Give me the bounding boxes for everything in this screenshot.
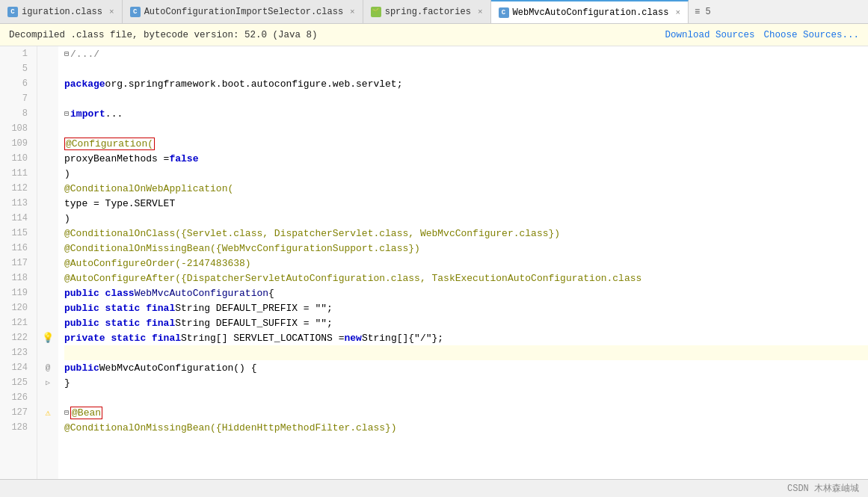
choose-sources-link[interactable]: Choose Sources... <box>763 30 859 40</box>
code-line: ⊟@Bean <box>64 405 868 420</box>
keyword: public <box>64 362 99 374</box>
lightbulb-icon[interactable]: 💡 <box>42 332 54 344</box>
tab-label-2: AutoConfigurationImportSelector.class <box>144 7 343 17</box>
tab-close-button[interactable]: × <box>109 7 114 16</box>
line-number: 111 <box>0 166 32 181</box>
code-line: @AutoConfigureAfter({DispatcherServletAu… <box>64 271 868 285</box>
code-line <box>64 390 868 405</box>
code-line: type = Type.SERVLET <box>64 196 868 211</box>
code-line: package org.springframework.boot.autocon… <box>64 76 868 91</box>
keyword: public static final <box>64 318 175 329</box>
tab-more-button[interactable]: ≡ 5 <box>689 0 717 23</box>
triangle-icon: ▷ <box>46 378 50 387</box>
tab-class-icon-2: C <box>130 7 141 17</box>
warning-icon[interactable]: ⚠ <box>45 407 50 419</box>
code-text: String[] SERVLET_LOCATIONS = <box>181 333 344 344</box>
gutter-icon-cell <box>37 106 58 121</box>
gutter-icon-cell: ▷ <box>37 375 58 390</box>
info-bar-actions: Download Sources Choose Sources... <box>665 30 859 40</box>
code-line <box>64 121 868 136</box>
code-line: @ConditionalOnWebApplication( <box>64 181 868 196</box>
annotation: @ConditionalOnWebApplication( <box>64 183 233 194</box>
keyword: public static final <box>64 303 175 314</box>
code-text: ) <box>64 168 70 179</box>
line-number: 118 <box>0 271 32 285</box>
line-number: 108 <box>0 121 32 136</box>
code-line: ) <box>64 211 868 226</box>
code-text: { <box>268 288 274 299</box>
code-text: proxyBeanMethods = <box>64 153 169 164</box>
code-line: @ConditionalOnMissingBean({WebMvcConfigu… <box>64 241 868 256</box>
code-line <box>64 345 868 360</box>
tab-spring-factories[interactable]: 🌱 spring.factories × <box>363 0 491 23</box>
gutter-icon-cell: 💡 <box>37 330 58 345</box>
fold-icon[interactable]: ⊟ <box>64 408 69 417</box>
gutter-icon-cell <box>37 256 58 271</box>
code-line: private static final String[] SERVLET_LO… <box>64 330 868 345</box>
code-line: ⊟/.../ <box>64 46 868 61</box>
gutter-icon-cell <box>37 315 58 330</box>
annotation: @ConditionalOnMissingBean({WebMvcConfigu… <box>64 243 420 254</box>
gutter-icon-cell <box>37 196 58 211</box>
line-number: 127 <box>0 405 32 420</box>
keyword: private static final <box>64 333 181 344</box>
line-number: 119 <box>0 285 32 300</box>
code-line: } <box>64 375 868 390</box>
line-number: 120 <box>0 300 32 315</box>
annotation: @AutoConfigureAfter({DispatcherServletAu… <box>64 273 641 284</box>
gutter-icon-cell <box>37 211 58 226</box>
download-sources-link[interactable]: Download Sources <box>665 30 754 40</box>
line-number: 122 <box>0 330 32 345</box>
code-text: ... <box>105 108 123 120</box>
line-number: 115 <box>0 226 32 241</box>
tab-close-button-2[interactable]: × <box>350 7 355 16</box>
tab-bar: C iguration.class × C AutoConfigurationI… <box>0 0 868 24</box>
code-text: String DEFAULT_SUFFIX = ""; <box>175 318 333 329</box>
code-line: public static final String DEFAULT_SUFFI… <box>64 315 868 330</box>
gutter-icon-cell <box>37 226 58 241</box>
tab-iguration[interactable]: C iguration.class × <box>0 0 123 23</box>
tab-class-icon-4: C <box>499 7 509 18</box>
tab-label-4: WebMvcAutoConfiguration.class <box>513 7 669 18</box>
keyword: import <box>70 108 105 120</box>
annotation: @ConditionalOnClass({Servlet.class, Disp… <box>64 228 560 239</box>
annotation-boxed: @Bean <box>70 407 102 419</box>
gutter-icon-cell <box>37 241 58 256</box>
fold-icon[interactable]: ⊟ <box>64 49 69 58</box>
fold-icon[interactable]: ⊟ <box>64 109 69 118</box>
gutter-icon-cell <box>37 271 58 285</box>
code-text: org.springframework.boot.autoconfigure.w… <box>105 78 403 90</box>
tab-autoconfiguration[interactable]: C AutoConfigurationImportSelector.class … <box>123 0 363 23</box>
line-number: 125 <box>0 375 32 390</box>
code-line: public static final String DEFAULT_PREFI… <box>64 300 868 315</box>
code-text: String[]{"/"}; <box>362 333 443 344</box>
line-number: 114 <box>0 211 32 226</box>
line-number: 1 <box>0 46 32 61</box>
gutter-icon-cell <box>37 166 58 181</box>
tab-close-button-3[interactable]: × <box>478 7 483 16</box>
gutter-icon-cell: ⚠ <box>37 405 58 420</box>
code-lines: ⊟/.../package org.springframework.boot.a… <box>58 46 868 479</box>
line-number: 123 <box>0 345 32 360</box>
gutter-icon-cell <box>37 61 58 76</box>
code-line: ) <box>64 166 868 181</box>
annotation-boxed: @Configuration( <box>64 138 155 150</box>
annotation: @ConditionalOnMissingBean({HiddenHttpMet… <box>64 422 397 433</box>
code-text: String DEFAULT_PREFIX = ""; <box>175 303 333 314</box>
line-number: 116 <box>0 241 32 256</box>
tab-label-3: spring.factories <box>385 7 471 17</box>
at-icon: @ <box>46 363 51 372</box>
line-number: 124 <box>0 360 32 375</box>
line-number: 112 <box>0 181 32 196</box>
keyword: public class <box>64 288 135 299</box>
type-name: WebMvcAutoConfiguration <box>135 288 268 299</box>
code-line: public WebMvcAutoConfiguration() { <box>64 360 868 375</box>
comment: /.../ <box>70 49 99 60</box>
line-number: 6 <box>0 76 32 91</box>
info-bar-text: Decompiled .class file, bytecode version… <box>9 30 318 40</box>
line-number: 128 <box>0 420 32 435</box>
tab-webmvc[interactable]: C WebMvcAutoConfiguration.class × <box>491 0 689 23</box>
tab-close-button-4[interactable]: × <box>675 8 680 17</box>
gutter-icon-cell <box>37 390 58 405</box>
code-line: @ConditionalOnClass({Servlet.class, Disp… <box>64 226 868 241</box>
